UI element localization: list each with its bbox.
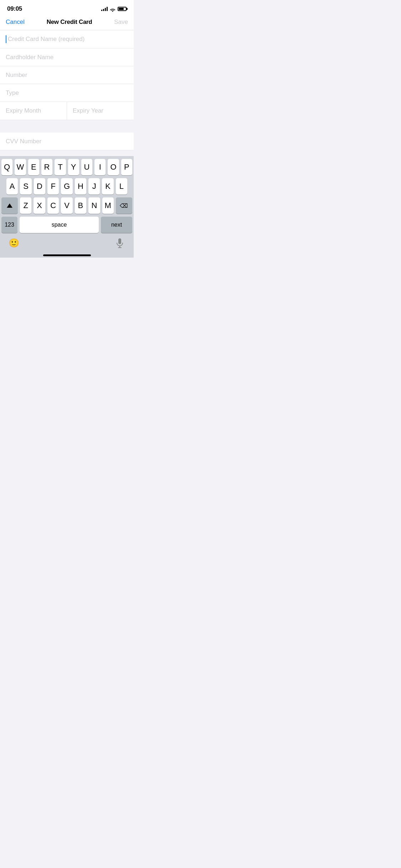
expiry-year-input[interactable] bbox=[73, 107, 128, 114]
key-l[interactable]: L bbox=[116, 178, 127, 195]
key-s[interactable]: S bbox=[20, 178, 31, 195]
key-y[interactable]: Y bbox=[68, 159, 79, 175]
keyboard-bottom-row: 🙂 bbox=[0, 236, 134, 252]
expiry-year-field[interactable] bbox=[67, 102, 134, 120]
key-w[interactable]: W bbox=[15, 159, 26, 175]
microphone-key[interactable] bbox=[112, 235, 128, 251]
credit-card-name-input[interactable] bbox=[8, 36, 128, 43]
wifi-icon bbox=[110, 7, 115, 11]
home-indicator bbox=[0, 252, 134, 258]
keyboard-row-1: Q W E R T Y U I O P bbox=[0, 159, 134, 175]
keyboard: Q W E R T Y U I O P A S D F G H J K L Z … bbox=[0, 156, 134, 258]
numbers-key[interactable]: 123 bbox=[1, 217, 17, 233]
key-x[interactable]: X bbox=[34, 197, 45, 214]
key-d[interactable]: D bbox=[34, 178, 45, 195]
key-j[interactable]: J bbox=[88, 178, 100, 195]
number-field[interactable] bbox=[0, 66, 134, 84]
key-k[interactable]: K bbox=[102, 178, 113, 195]
key-q[interactable]: Q bbox=[1, 159, 12, 175]
number-input[interactable] bbox=[6, 72, 128, 79]
status-icons bbox=[101, 7, 127, 11]
type-field[interactable] bbox=[0, 84, 134, 102]
key-o[interactable]: O bbox=[108, 159, 119, 175]
page-title: New Credit Card bbox=[47, 19, 92, 26]
home-bar bbox=[43, 254, 91, 256]
keyboard-separator bbox=[0, 150, 134, 156]
status-bar: 09:05 bbox=[0, 0, 134, 16]
space-key[interactable]: space bbox=[20, 217, 99, 233]
key-m[interactable]: M bbox=[102, 197, 114, 214]
status-time: 09:05 bbox=[7, 5, 22, 12]
keyboard-row-4: 123 space next bbox=[0, 217, 134, 233]
cvv-field[interactable] bbox=[0, 133, 134, 150]
key-i[interactable]: I bbox=[94, 159, 106, 175]
form-section bbox=[0, 30, 134, 120]
space-label: space bbox=[52, 222, 67, 228]
signal-icon bbox=[101, 7, 108, 11]
nav-bar: Cancel New Credit Card Save bbox=[0, 16, 134, 30]
next-label: next bbox=[111, 222, 122, 228]
key-a[interactable]: A bbox=[6, 178, 18, 195]
cardholder-name-field[interactable] bbox=[0, 48, 134, 66]
key-e[interactable]: E bbox=[28, 159, 39, 175]
key-t[interactable]: T bbox=[55, 159, 66, 175]
credit-card-name-field[interactable] bbox=[0, 30, 134, 48]
backspace-icon: ⌫ bbox=[120, 202, 128, 209]
key-r[interactable]: R bbox=[41, 159, 52, 175]
expiry-month-field[interactable] bbox=[0, 102, 67, 120]
key-p[interactable]: P bbox=[121, 159, 132, 175]
key-h[interactable]: H bbox=[75, 178, 86, 195]
save-button[interactable]: Save bbox=[114, 19, 128, 26]
key-z[interactable]: Z bbox=[20, 197, 31, 214]
type-input[interactable] bbox=[6, 89, 128, 97]
key-c[interactable]: C bbox=[47, 197, 59, 214]
key-f[interactable]: F bbox=[47, 178, 59, 195]
keyboard-row-2: A S D F G H J K L bbox=[0, 178, 134, 195]
next-key[interactable]: next bbox=[101, 217, 132, 233]
cancel-button[interactable]: Cancel bbox=[6, 19, 25, 26]
numbers-label: 123 bbox=[5, 222, 14, 228]
shift-key[interactable] bbox=[1, 197, 18, 214]
cvv-input[interactable] bbox=[6, 138, 128, 145]
expiry-row bbox=[0, 102, 134, 120]
battery-icon bbox=[118, 7, 127, 11]
microphone-icon bbox=[115, 238, 124, 248]
emoji-icon: 🙂 bbox=[9, 238, 19, 248]
svg-rect-0 bbox=[118, 238, 121, 244]
emoji-key[interactable]: 🙂 bbox=[6, 235, 22, 251]
key-g[interactable]: G bbox=[61, 178, 72, 195]
cvv-section bbox=[0, 133, 134, 150]
key-u[interactable]: U bbox=[81, 159, 92, 175]
keyboard-row-3: Z X C V B N M ⌫ bbox=[0, 197, 134, 214]
section-separator bbox=[0, 120, 134, 133]
key-n[interactable]: N bbox=[88, 197, 100, 214]
cardholder-name-input[interactable] bbox=[6, 54, 128, 61]
backspace-key[interactable]: ⌫ bbox=[116, 197, 132, 214]
shift-icon bbox=[7, 203, 12, 208]
expiry-month-input[interactable] bbox=[6, 107, 61, 114]
key-v[interactable]: V bbox=[61, 197, 72, 214]
key-b[interactable]: B bbox=[75, 197, 86, 214]
